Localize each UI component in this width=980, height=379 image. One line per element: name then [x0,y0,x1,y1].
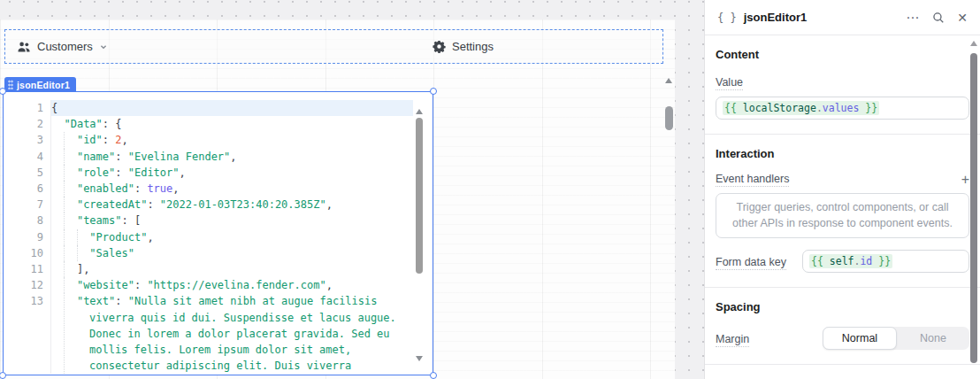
code-text[interactable]: "enabled": true, [51,181,413,197]
inspector-scroll-up-icon[interactable] [970,41,977,46]
line-number: 7 [4,197,51,213]
code-text[interactable]: "Sales" [51,245,413,261]
chevron-down-icon [99,43,108,51]
value-expression: {{ localStorage.values }} [723,101,879,115]
code-line: 2 "Data": { [4,116,433,132]
spacing-heading: Spacing [716,300,969,313]
section-appearance: Appearance ⋯ [705,365,980,379]
canvas-area: Customers Settings [0,0,704,379]
line-number: 1 [4,100,51,116]
line-number: 10 [4,245,51,261]
code-line: 3 "id": 2, [4,132,433,148]
add-event-handler-button[interactable]: + [961,173,969,187]
users-icon [17,40,31,54]
app-root: Customers Settings [0,0,980,379]
nav-settings-label: Settings [452,40,494,53]
line-number: 13 [4,293,51,374]
line-number: 8 [4,213,51,228]
canvas-scrollbar[interactable] [662,76,675,379]
line-number: 4 [4,149,51,165]
nav-settings[interactable]: Settings [433,30,494,63]
code-line: 11 ], [4,261,433,277]
component-badge[interactable]: jsonEditor1 [4,77,76,92]
line-number: 12 [4,277,51,293]
margin-segmented-control: Normal None [823,327,969,350]
curly-braces-icon: { } [717,12,737,24]
code-text[interactable]: "website": "https://evelina.fender.com", [51,277,413,293]
line-number: 2 [4,116,51,132]
more-menu-icon[interactable]: ⋯ [906,11,920,24]
line-number: 3 [4,132,51,148]
code-line: 4 "name": "Evelina Fender", [4,149,433,165]
code-line: 1{ [4,100,433,116]
code-text[interactable]: "role": "Editor", [51,165,413,181]
editor-scrollbar[interactable] [413,93,425,374]
resize-handle-bottom-right[interactable] [430,372,437,379]
inspector-scrollbar[interactable] [969,35,978,379]
code-text[interactable]: ], [51,261,413,277]
value-label: Value [716,76,743,90]
search-icon[interactable] [932,12,945,24]
line-number: 11 [4,261,51,277]
code-line: 8 "teams": [ [4,213,433,228]
gear-icon [433,40,446,53]
code-text[interactable]: "Product", [51,229,413,245]
close-icon[interactable]: ✕ [957,12,968,24]
form-data-key-expression: {{ self.id }} [809,254,892,268]
drag-handle-icon[interactable] [8,80,13,89]
code-lines[interactable]: 1{2 "Data": {3 "id": 2,4 "name": "Evelin… [4,92,433,375]
nav-customers-label: Customers [37,40,93,53]
content-heading: Content [716,48,969,61]
event-handlers-label: Event handlers [716,173,789,187]
nav-customers[interactable]: Customers [17,30,108,63]
code-line: 13 "text": "Nulla sit amet nibh at augue… [4,293,433,374]
code-text[interactable]: "id": 2, [51,132,413,148]
event-handlers-empty-state: Trigger queries, control components, or … [716,193,969,238]
app-frame: Customers Settings [0,19,675,379]
margin-label: Margin [716,333,749,347]
code-text[interactable]: { [51,100,413,116]
inspector-header: { } jsonEditor1 ⋯ ✕ [705,0,980,35]
code-line: 9 "Product", [4,229,433,245]
line-number: 6 [4,181,51,197]
code-text[interactable]: "Data": { [51,116,413,132]
line-number: 9 [4,229,51,245]
code-text[interactable]: "teams": [ [51,213,413,228]
code-line: 10 "Sales" [4,245,433,261]
component-badge-label: jsonEditor1 [17,80,70,90]
section-spacing: Spacing Margin Normal None [705,288,980,365]
section-interaction: Interaction Event handlers + Trigger que… [705,135,980,288]
form-data-key-input[interactable]: {{ self.id }} [802,250,969,273]
value-input[interactable]: {{ localStorage.values }} [716,97,969,120]
resize-handle-top-right[interactable] [430,88,437,95]
form-data-key-label: Form data key [716,256,786,270]
code-text[interactable]: "createdAt": "2022-01-03T23:40:20.385Z", [51,197,413,213]
scroll-up-icon[interactable] [416,109,423,114]
canvas-scroll-up-icon[interactable] [665,78,672,83]
margin-option-normal[interactable]: Normal [823,327,897,350]
section-content: Content Value {{ localStorage.values }} [705,35,980,135]
code-line: 6 "enabled": true, [4,181,433,197]
inspector-panel: { } jsonEditor1 ⋯ ✕ Content Value {{ loc… [704,0,980,379]
interaction-heading: Interaction [716,147,969,160]
line-number: 5 [4,165,51,181]
inspector-title: jsonEditor1 [744,11,894,24]
margin-option-none[interactable]: None [897,327,969,350]
json-editor-component[interactable]: 1{2 "Data": {3 "id": 2,4 "name": "Evelin… [3,91,433,375]
code-text[interactable]: "name": "Evelina Fender", [51,149,413,165]
canvas-scrollbar-thumb[interactable] [665,106,673,130]
header-container[interactable]: Customers Settings [4,29,663,64]
code-text[interactable]: "text": "Nulla sit amet nibh at augue fa… [51,293,413,374]
code-line: 5 "role": "Editor", [4,165,433,181]
inspector-scrollbar-thumb[interactable] [970,53,977,363]
code-line: 7 "createdAt": "2022-01-03T23:40:20.385Z… [4,197,433,213]
code-line: 12 "website": "https://evelina.fender.co… [4,277,433,293]
resize-handle-bottom-left[interactable] [0,372,6,379]
editor-scrollbar-thumb[interactable] [416,118,423,274]
scroll-down-icon[interactable] [416,356,423,361]
